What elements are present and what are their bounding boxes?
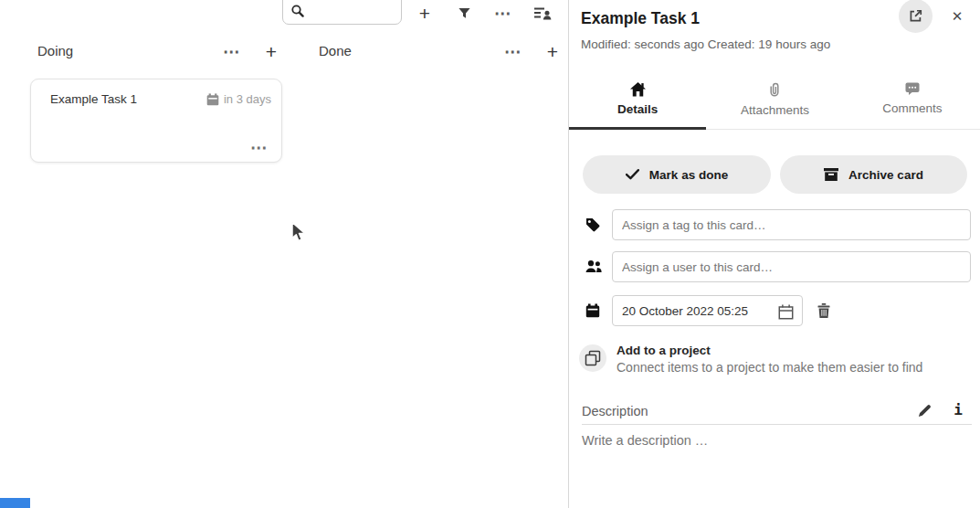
assigned-cards-button[interactable] bbox=[530, 0, 557, 26]
filter-button[interactable] bbox=[450, 0, 478, 26]
card-due-badge: in 3 days bbox=[206, 92, 271, 106]
card-due-text: in 3 days bbox=[224, 92, 271, 106]
column-title-done: Done bbox=[319, 43, 352, 58]
trash-icon bbox=[817, 303, 830, 318]
deck-app-window: + ⋯ Doing ⋯ + Done bbox=[0, 0, 980, 508]
comment-icon bbox=[905, 82, 920, 96]
mouse-cursor bbox=[290, 221, 308, 245]
card-more-button[interactable]: ⋯ bbox=[250, 139, 269, 156]
remove-due-date-button[interactable] bbox=[810, 298, 838, 323]
filter-icon bbox=[458, 6, 471, 20]
done-more-button[interactable]: ⋯ bbox=[500, 38, 527, 64]
search-box bbox=[282, 0, 402, 25]
edit-description-button[interactable] bbox=[912, 399, 936, 421]
search-icon bbox=[290, 4, 305, 18]
plus-icon: + bbox=[266, 42, 277, 61]
check-icon bbox=[626, 169, 639, 180]
open-datepicker-button[interactable] bbox=[774, 302, 797, 321]
board-more-button[interactable]: ⋯ bbox=[490, 0, 517, 26]
paperclip-icon bbox=[769, 82, 780, 98]
add-list-button[interactable]: + bbox=[411, 0, 438, 26]
tab-comments[interactable]: Comments bbox=[844, 78, 980, 129]
assign-tag-input[interactable] bbox=[612, 209, 971, 240]
close-icon: ✕ bbox=[952, 9, 964, 23]
calendar-outline-icon bbox=[778, 304, 794, 320]
popout-icon bbox=[908, 8, 923, 24]
done-add-card-button[interactable]: + bbox=[539, 38, 566, 64]
archive-card-button[interactable]: Archive card bbox=[780, 155, 967, 194]
description-divider bbox=[582, 424, 972, 425]
column-title-doing: Doing bbox=[37, 43, 73, 58]
calendar-icon bbox=[585, 303, 600, 318]
archive-card-label: Archive card bbox=[848, 168, 923, 182]
archive-icon bbox=[824, 168, 838, 181]
board-panel: + ⋯ Doing ⋯ + Done bbox=[0, 0, 568, 508]
calendar-icon bbox=[206, 93, 219, 106]
info-icon: i bbox=[954, 401, 963, 418]
pencil-icon bbox=[917, 403, 933, 418]
detail-card-meta: Modified: seconds ago Created: 19 hours … bbox=[581, 37, 830, 51]
close-details-button[interactable]: ✕ bbox=[943, 3, 971, 28]
doing-add-card-button[interactable]: + bbox=[258, 38, 285, 64]
more-icon: ⋯ bbox=[223, 43, 241, 60]
kanban-card[interactable]: Example Task 1 in 3 days ⋯ bbox=[30, 79, 282, 163]
description-label: Description bbox=[582, 404, 648, 418]
more-icon: ⋯ bbox=[250, 138, 269, 157]
description-placeholder[interactable]: Write a description … bbox=[582, 433, 708, 448]
assign-user-input[interactable] bbox=[612, 251, 971, 282]
mark-as-done-label: Mark as done bbox=[649, 168, 728, 182]
popout-button[interactable] bbox=[899, 0, 933, 33]
card-details-panel: Example Task 1 Modified: seconds ago Cre… bbox=[568, 0, 980, 508]
doing-more-button[interactable]: ⋯ bbox=[218, 38, 246, 64]
tab-details[interactable]: Details bbox=[569, 78, 706, 129]
add-to-project-button[interactable] bbox=[579, 344, 606, 372]
more-icon: ⋯ bbox=[504, 43, 522, 60]
card-title: Example Task 1 bbox=[50, 92, 137, 106]
tag-icon bbox=[585, 217, 600, 232]
list-user-icon bbox=[534, 5, 553, 20]
mark-as-done-button[interactable]: Mark as done bbox=[583, 155, 771, 194]
details-tabs: Details Attachments Comments bbox=[569, 78, 980, 130]
add-to-project-subtitle: Connect items to a project to make them … bbox=[616, 360, 922, 375]
detail-card-title: Example Task 1 bbox=[581, 9, 700, 28]
tab-label: Details bbox=[617, 102, 658, 116]
search-input[interactable] bbox=[309, 1, 398, 21]
plus-icon: + bbox=[419, 4, 430, 23]
home-icon bbox=[630, 82, 646, 97]
plus-icon: + bbox=[547, 42, 558, 61]
more-icon: ⋯ bbox=[494, 5, 512, 22]
tab-label: Comments bbox=[882, 101, 942, 115]
tab-label: Attachments bbox=[741, 103, 809, 117]
tab-attachments[interactable]: Attachments bbox=[706, 78, 843, 129]
add-to-project-title: Add to a project bbox=[616, 344, 711, 357]
users-icon bbox=[585, 259, 602, 273]
project-copy-icon bbox=[585, 350, 601, 366]
description-info-button[interactable]: i bbox=[947, 397, 969, 421]
accent-corner-rect bbox=[0, 498, 30, 508]
